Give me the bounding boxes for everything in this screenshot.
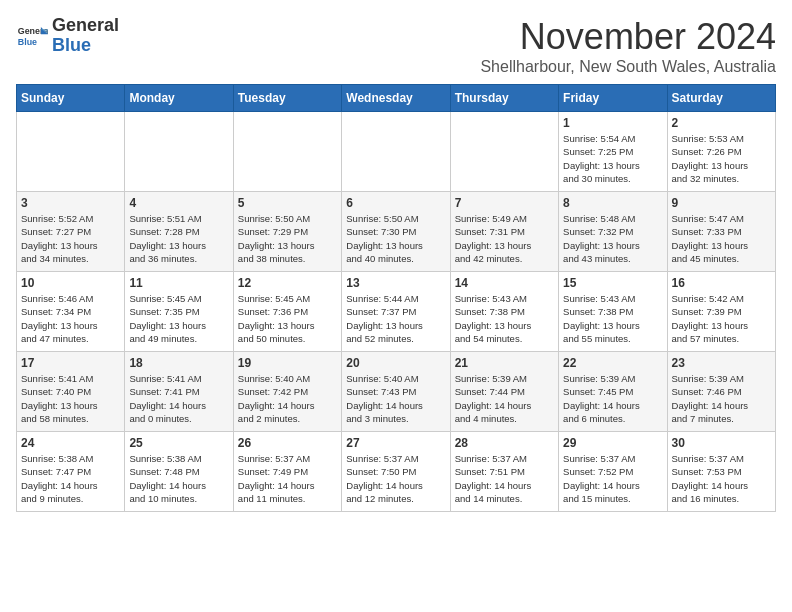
day-number: 28	[455, 436, 554, 450]
calendar-cell: 11Sunrise: 5:45 AM Sunset: 7:35 PM Dayli…	[125, 272, 233, 352]
day-number: 29	[563, 436, 662, 450]
day-number: 26	[238, 436, 337, 450]
day-number: 27	[346, 436, 445, 450]
day-info: Sunrise: 5:43 AM Sunset: 7:38 PM Dayligh…	[563, 292, 662, 345]
day-number: 5	[238, 196, 337, 210]
day-number: 12	[238, 276, 337, 290]
calendar-cell	[342, 112, 450, 192]
day-info: Sunrise: 5:47 AM Sunset: 7:33 PM Dayligh…	[672, 212, 771, 265]
calendar-cell: 19Sunrise: 5:40 AM Sunset: 7:42 PM Dayli…	[233, 352, 341, 432]
calendar-cell: 21Sunrise: 5:39 AM Sunset: 7:44 PM Dayli…	[450, 352, 558, 432]
day-info: Sunrise: 5:45 AM Sunset: 7:36 PM Dayligh…	[238, 292, 337, 345]
day-info: Sunrise: 5:46 AM Sunset: 7:34 PM Dayligh…	[21, 292, 120, 345]
calendar-cell: 23Sunrise: 5:39 AM Sunset: 7:46 PM Dayli…	[667, 352, 775, 432]
day-info: Sunrise: 5:41 AM Sunset: 7:41 PM Dayligh…	[129, 372, 228, 425]
day-number: 23	[672, 356, 771, 370]
title-area: November 2024 Shellharbour, New South Wa…	[480, 16, 776, 76]
day-info: Sunrise: 5:37 AM Sunset: 7:53 PM Dayligh…	[672, 452, 771, 505]
day-number: 1	[563, 116, 662, 130]
calendar-cell: 12Sunrise: 5:45 AM Sunset: 7:36 PM Dayli…	[233, 272, 341, 352]
day-number: 4	[129, 196, 228, 210]
calendar-cell: 18Sunrise: 5:41 AM Sunset: 7:41 PM Dayli…	[125, 352, 233, 432]
day-info: Sunrise: 5:54 AM Sunset: 7:25 PM Dayligh…	[563, 132, 662, 185]
logo: General Blue General Blue	[16, 16, 119, 56]
day-info: Sunrise: 5:42 AM Sunset: 7:39 PM Dayligh…	[672, 292, 771, 345]
day-info: Sunrise: 5:39 AM Sunset: 7:44 PM Dayligh…	[455, 372, 554, 425]
day-info: Sunrise: 5:41 AM Sunset: 7:40 PM Dayligh…	[21, 372, 120, 425]
header: General Blue General Blue November 2024 …	[16, 16, 776, 76]
day-number: 21	[455, 356, 554, 370]
day-info: Sunrise: 5:37 AM Sunset: 7:49 PM Dayligh…	[238, 452, 337, 505]
day-number: 9	[672, 196, 771, 210]
day-info: Sunrise: 5:52 AM Sunset: 7:27 PM Dayligh…	[21, 212, 120, 265]
calendar-week-4: 17Sunrise: 5:41 AM Sunset: 7:40 PM Dayli…	[17, 352, 776, 432]
calendar-cell: 10Sunrise: 5:46 AM Sunset: 7:34 PM Dayli…	[17, 272, 125, 352]
day-number: 7	[455, 196, 554, 210]
day-number: 15	[563, 276, 662, 290]
calendar-cell: 22Sunrise: 5:39 AM Sunset: 7:45 PM Dayli…	[559, 352, 667, 432]
day-number: 13	[346, 276, 445, 290]
day-number: 20	[346, 356, 445, 370]
logo-icon: General Blue	[16, 20, 48, 52]
day-number: 30	[672, 436, 771, 450]
day-header-thursday: Thursday	[450, 85, 558, 112]
calendar-cell: 9Sunrise: 5:47 AM Sunset: 7:33 PM Daylig…	[667, 192, 775, 272]
day-header-sunday: Sunday	[17, 85, 125, 112]
calendar-cell: 5Sunrise: 5:50 AM Sunset: 7:29 PM Daylig…	[233, 192, 341, 272]
calendar-cell: 28Sunrise: 5:37 AM Sunset: 7:51 PM Dayli…	[450, 432, 558, 512]
calendar-cell	[450, 112, 558, 192]
day-info: Sunrise: 5:44 AM Sunset: 7:37 PM Dayligh…	[346, 292, 445, 345]
day-info: Sunrise: 5:51 AM Sunset: 7:28 PM Dayligh…	[129, 212, 228, 265]
day-header-friday: Friday	[559, 85, 667, 112]
day-header-wednesday: Wednesday	[342, 85, 450, 112]
calendar-cell: 15Sunrise: 5:43 AM Sunset: 7:38 PM Dayli…	[559, 272, 667, 352]
calendar-cell: 27Sunrise: 5:37 AM Sunset: 7:50 PM Dayli…	[342, 432, 450, 512]
calendar-cell: 8Sunrise: 5:48 AM Sunset: 7:32 PM Daylig…	[559, 192, 667, 272]
calendar-cell: 29Sunrise: 5:37 AM Sunset: 7:52 PM Dayli…	[559, 432, 667, 512]
day-info: Sunrise: 5:37 AM Sunset: 7:51 PM Dayligh…	[455, 452, 554, 505]
calendar-cell: 13Sunrise: 5:44 AM Sunset: 7:37 PM Dayli…	[342, 272, 450, 352]
calendar-cell: 26Sunrise: 5:37 AM Sunset: 7:49 PM Dayli…	[233, 432, 341, 512]
day-number: 25	[129, 436, 228, 450]
logo-line1: General	[52, 15, 119, 35]
svg-text:Blue: Blue	[18, 37, 37, 47]
calendar-cell: 17Sunrise: 5:41 AM Sunset: 7:40 PM Dayli…	[17, 352, 125, 432]
day-header-monday: Monday	[125, 85, 233, 112]
day-info: Sunrise: 5:45 AM Sunset: 7:35 PM Dayligh…	[129, 292, 228, 345]
location: Shellharbour, New South Wales, Australia	[480, 58, 776, 76]
day-header-tuesday: Tuesday	[233, 85, 341, 112]
calendar-cell: 2Sunrise: 5:53 AM Sunset: 7:26 PM Daylig…	[667, 112, 775, 192]
day-number: 2	[672, 116, 771, 130]
day-header-saturday: Saturday	[667, 85, 775, 112]
calendar-cell: 16Sunrise: 5:42 AM Sunset: 7:39 PM Dayli…	[667, 272, 775, 352]
day-number: 19	[238, 356, 337, 370]
day-number: 24	[21, 436, 120, 450]
day-info: Sunrise: 5:50 AM Sunset: 7:30 PM Dayligh…	[346, 212, 445, 265]
calendar-week-5: 24Sunrise: 5:38 AM Sunset: 7:47 PM Dayli…	[17, 432, 776, 512]
calendar-cell: 7Sunrise: 5:49 AM Sunset: 7:31 PM Daylig…	[450, 192, 558, 272]
calendar-week-2: 3Sunrise: 5:52 AM Sunset: 7:27 PM Daylig…	[17, 192, 776, 272]
day-info: Sunrise: 5:37 AM Sunset: 7:52 PM Dayligh…	[563, 452, 662, 505]
day-info: Sunrise: 5:53 AM Sunset: 7:26 PM Dayligh…	[672, 132, 771, 185]
calendar-week-1: 1Sunrise: 5:54 AM Sunset: 7:25 PM Daylig…	[17, 112, 776, 192]
day-info: Sunrise: 5:43 AM Sunset: 7:38 PM Dayligh…	[455, 292, 554, 345]
calendar-body: 1Sunrise: 5:54 AM Sunset: 7:25 PM Daylig…	[17, 112, 776, 512]
day-info: Sunrise: 5:38 AM Sunset: 7:48 PM Dayligh…	[129, 452, 228, 505]
day-number: 11	[129, 276, 228, 290]
day-number: 8	[563, 196, 662, 210]
day-info: Sunrise: 5:40 AM Sunset: 7:42 PM Dayligh…	[238, 372, 337, 425]
calendar-cell: 1Sunrise: 5:54 AM Sunset: 7:25 PM Daylig…	[559, 112, 667, 192]
calendar-cell: 6Sunrise: 5:50 AM Sunset: 7:30 PM Daylig…	[342, 192, 450, 272]
day-info: Sunrise: 5:50 AM Sunset: 7:29 PM Dayligh…	[238, 212, 337, 265]
calendar-cell: 3Sunrise: 5:52 AM Sunset: 7:27 PM Daylig…	[17, 192, 125, 272]
day-number: 18	[129, 356, 228, 370]
calendar-header-row: SundayMondayTuesdayWednesdayThursdayFrid…	[17, 85, 776, 112]
calendar-week-3: 10Sunrise: 5:46 AM Sunset: 7:34 PM Dayli…	[17, 272, 776, 352]
day-number: 10	[21, 276, 120, 290]
calendar-cell: 20Sunrise: 5:40 AM Sunset: 7:43 PM Dayli…	[342, 352, 450, 432]
calendar-cell: 14Sunrise: 5:43 AM Sunset: 7:38 PM Dayli…	[450, 272, 558, 352]
day-number: 6	[346, 196, 445, 210]
day-info: Sunrise: 5:48 AM Sunset: 7:32 PM Dayligh…	[563, 212, 662, 265]
day-number: 22	[563, 356, 662, 370]
day-info: Sunrise: 5:39 AM Sunset: 7:45 PM Dayligh…	[563, 372, 662, 425]
